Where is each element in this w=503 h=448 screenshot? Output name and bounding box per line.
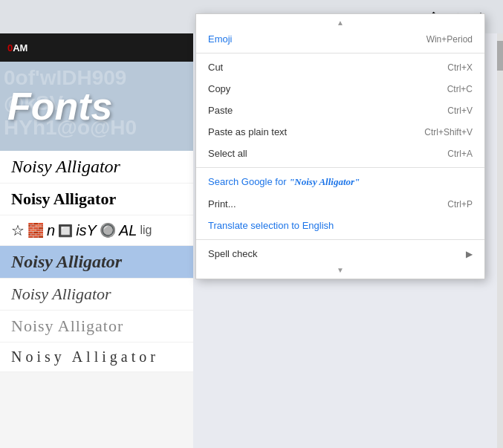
menu-item-print[interactable]: Print... Ctrl+P: [196, 193, 484, 215]
site-logo: 0AM: [7, 42, 27, 53]
font-item[interactable]: Noisy Alligator: [0, 279, 193, 311]
font-item[interactable]: Noisy Alligator: [0, 343, 193, 372]
copy-label: Copy: [208, 83, 230, 94]
menu-item-search-google[interactable]: Search Google for "Noisy Alligator": [196, 171, 484, 193]
menu-caret-down: ▼: [196, 264, 484, 276]
menu-item-emoji[interactable]: Emoji Win+Period: [196, 28, 484, 50]
scrollbar[interactable]: [497, 33, 503, 448]
menu-item-translate[interactable]: Translate selection to English: [196, 215, 484, 236]
menu-divider-2: [196, 167, 484, 168]
menu-item-select-all[interactable]: Select all Ctrl+A: [196, 143, 484, 164]
fonts-hero: 0of'wIDH909@kSVHYh1@o@H0 Fonts: [0, 62, 193, 151]
paste-label: Paste: [208, 105, 233, 116]
font-list: Noisy Alligator Noisy Alligator ☆ 🧱 n 🔲 …: [0, 151, 193, 372]
font-sample: Noisy Alligator: [11, 252, 122, 271]
menu-divider-1: [196, 53, 484, 53]
site-header: 0AM: [0, 33, 193, 62]
menu-caret-up: ▲: [196, 17, 484, 28]
emoji-circle: 🔘: [100, 222, 116, 238]
font-item-emoji-row[interactable]: ☆ 🧱 n 🔲 isY 🔘 AL lig: [0, 215, 193, 246]
search-quoted-term: "Noisy Alligator": [289, 176, 360, 187]
font-sample: Noisy Alligator: [11, 157, 120, 176]
page-content: 0AM 0of'wIDH909@kSVHYh1@o@H0 Fonts Noisy…: [0, 33, 193, 448]
font-sample-letters: n: [47, 222, 55, 239]
print-label: Print...: [208, 198, 236, 210]
paste-plain-label: Paste as plain text: [208, 126, 287, 137]
font-overflow: lig: [140, 224, 152, 237]
font-sample-2: isY: [76, 222, 97, 239]
star-emoji: ☆: [11, 221, 25, 239]
scrollbar-thumb[interactable]: [497, 41, 503, 71]
font-sample: Noisy Alligator: [11, 348, 159, 365]
menu-item-copy[interactable]: Copy Ctrl+C: [196, 78, 484, 100]
font-item-selected[interactable]: Noisy Alligator: [0, 246, 193, 279]
translate-label: Translate selection to English: [208, 220, 334, 231]
font-sample: Noisy Alligator: [11, 316, 123, 335]
font-sample: Noisy Alligator: [11, 285, 111, 303]
select-all-label: Select all: [208, 148, 247, 159]
copy-shortcut: Ctrl+C: [447, 84, 473, 94]
paste-shortcut: Ctrl+V: [447, 105, 473, 116]
paste-plain-shortcut: Ctrl+Shift+V: [424, 127, 473, 137]
cut-shortcut: Ctrl+X: [447, 62, 473, 73]
menu-item-spell-check[interactable]: Spell check ▶: [196, 243, 484, 264]
submenu-arrow-icon: ▶: [466, 249, 473, 259]
menu-divider-3: [196, 239, 484, 240]
menu-item-cut[interactable]: Cut Ctrl+X: [196, 56, 484, 78]
font-sample-3: AL: [119, 222, 137, 239]
font-item[interactable]: Noisy Alligator: [0, 184, 193, 215]
emoji-shortcut: Win+Period: [426, 34, 473, 45]
spell-check-label: Spell check: [208, 248, 257, 259]
emoji-box: 🧱: [27, 222, 44, 238]
print-shortcut: Ctrl+P: [447, 199, 473, 210]
context-menu: ▲ Emoji Win+Period Cut Ctrl+X Copy Ctrl+…: [195, 13, 485, 279]
hero-title: Fonts: [7, 84, 113, 129]
emoji-label: Emoji: [208, 33, 233, 45]
search-prefix: Search Google for: [208, 176, 289, 187]
emoji-box2: 🔲: [58, 224, 73, 238]
menu-item-paste-plain[interactable]: Paste as plain text Ctrl+Shift+V: [196, 121, 484, 143]
cut-label: Cut: [208, 62, 223, 73]
font-item[interactable]: Noisy Alligator: [0, 151, 193, 184]
menu-item-paste[interactable]: Paste Ctrl+V: [196, 100, 484, 121]
font-sample: Noisy Alligator: [11, 189, 116, 208]
font-item[interactable]: Noisy Alligator: [0, 311, 193, 343]
select-all-shortcut: Ctrl+A: [447, 149, 473, 159]
